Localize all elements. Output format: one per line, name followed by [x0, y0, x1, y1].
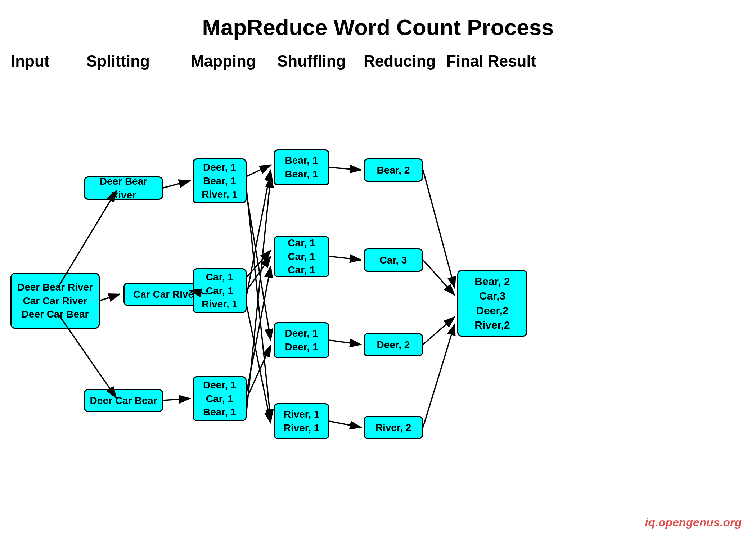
red-box-2: Car, 3	[364, 248, 423, 272]
red-box-1: Bear, 2	[364, 158, 423, 182]
svg-line-4	[163, 181, 190, 188]
header-shuffling: Shuffling	[277, 52, 346, 70]
shuf-box-3: Deer, 1Deer, 1	[274, 322, 329, 358]
svg-line-16	[247, 176, 271, 410]
svg-line-24	[423, 324, 455, 427]
svg-line-13	[247, 305, 271, 423]
svg-line-9	[247, 194, 271, 340]
svg-line-20	[329, 421, 361, 427]
header-reducing: Reducing	[364, 52, 436, 70]
shuf-box-4: River, 1River, 1	[274, 403, 329, 439]
red-box-4: River, 2	[364, 416, 423, 439]
svg-line-14	[247, 266, 271, 392]
svg-line-6	[163, 399, 190, 400]
split-box-3: Deer Car Bear	[84, 389, 163, 412]
svg-line-18	[329, 256, 361, 260]
svg-line-12	[247, 250, 271, 277]
svg-line-10	[247, 191, 271, 420]
header-final: Final Result	[446, 52, 536, 70]
map-box-3: Deer, 1Car, 1Bear, 1	[193, 376, 247, 421]
split-box-1: Deer Bear River	[84, 176, 163, 200]
svg-line-22	[423, 260, 455, 295]
watermark: iq.opengenus.org	[645, 516, 742, 529]
shuf-box-2: Car, 1Car, 1Car, 1	[274, 236, 329, 277]
svg-line-15	[247, 346, 271, 399]
svg-line-19	[329, 340, 361, 345]
header-mapping: Mapping	[191, 52, 256, 70]
red-box-3: Deer, 2	[364, 333, 423, 356]
header-input: Input	[11, 52, 50, 70]
map-box-1: Deer, 1Bear, 1River, 1	[193, 158, 247, 203]
svg-line-2	[100, 294, 120, 301]
svg-line-8	[247, 256, 271, 291]
page-title: MapReduce Word Count Process	[0, 0, 756, 47]
svg-line-7	[247, 165, 271, 176]
final-box: Bear, 2Car,3Deer,2River,2	[457, 270, 527, 337]
header-splitting: Splitting	[86, 52, 150, 70]
svg-line-17	[329, 167, 361, 170]
shuf-box-1: Bear, 1Bear, 1	[274, 149, 329, 185]
map-box-2: Car, 1Car, 1River, 1	[193, 268, 247, 313]
svg-line-23	[423, 317, 455, 345]
svg-line-11	[247, 170, 271, 295]
svg-line-21	[423, 170, 455, 288]
input-box: Deer Bear RiverCar Car RiverDeer Car Bea…	[10, 273, 100, 329]
